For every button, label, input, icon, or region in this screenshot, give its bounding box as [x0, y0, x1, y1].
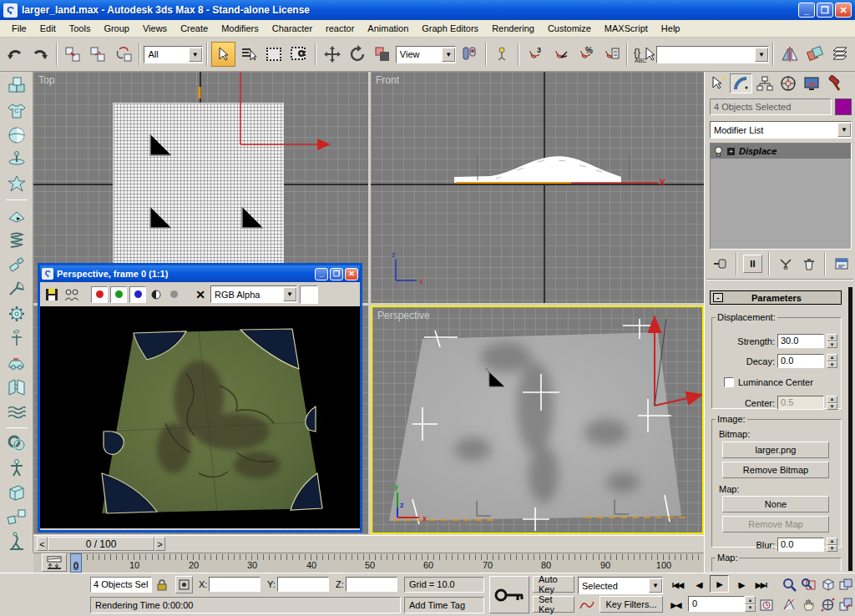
window-crossing-toggle-button[interactable]: [287, 42, 311, 67]
tab-display[interactable]: [800, 73, 822, 93]
select-object-button[interactable]: [211, 42, 235, 67]
remove-modifier-icon[interactable]: [799, 255, 819, 273]
select-and-scale-button[interactable]: [371, 42, 395, 67]
clone-rendered-frame-icon[interactable]: [63, 286, 81, 303]
reference-coordinate-dropdown[interactable]: View ▼: [396, 46, 456, 63]
next-frame-slider-button[interactable]: >: [154, 537, 165, 551]
parameters-rollout-header[interactable]: - Parameters: [710, 290, 842, 305]
chevron-down-icon[interactable]: ▼: [283, 287, 296, 301]
remove-map-button[interactable]: Remove Map: [722, 516, 829, 533]
zoom-icon[interactable]: [780, 575, 798, 593]
object-name-field[interactable]: 4 Objects Selected: [710, 98, 832, 115]
previous-frame-slider-button[interactable]: <: [37, 537, 48, 551]
show-end-result-icon[interactable]: II: [743, 255, 763, 273]
rigid-body-collection-icon[interactable]: [5, 75, 28, 97]
close-button[interactable]: ✕: [835, 3, 852, 18]
next-frame-button[interactable]: I▶: [731, 576, 751, 593]
restore-button[interactable]: ❐: [817, 3, 833, 18]
viewport-perspective[interactable]: Perspective: [371, 305, 704, 534]
key-mode-dropdown[interactable]: Selected ▼: [578, 577, 663, 594]
expand-modifier-icon[interactable]: +: [727, 148, 735, 155]
modifier-name[interactable]: Displace: [739, 146, 777, 156]
render-minimize-button[interactable]: _: [315, 268, 328, 280]
key-filters-button[interactable]: Key Filters...: [600, 596, 663, 613]
chevron-down-icon[interactable]: ▼: [442, 48, 455, 62]
min-max-toggle-icon[interactable]: [837, 595, 855, 613]
clear-rendered-frame-icon[interactable]: ✕: [193, 286, 208, 303]
damper-icon[interactable]: [5, 254, 28, 275]
frame-spinner[interactable]: ▲▼: [745, 596, 756, 612]
motor-icon[interactable]: [5, 303, 28, 325]
pin-stack-icon[interactable]: [710, 255, 730, 273]
time-slider-value[interactable]: 0 / 100: [48, 537, 154, 551]
absolute-offset-mode-toggle[interactable]: [175, 576, 193, 593]
menu-file[interactable]: File: [5, 22, 33, 35]
viewport-front-label[interactable]: Front: [376, 74, 399, 86]
percent-snap-toggle-button[interactable]: %: [573, 42, 597, 67]
spinner-snap-toggle-button[interactable]: [599, 42, 623, 67]
bitmap-button[interactable]: larger.png: [722, 442, 829, 458]
zoom-all-icon[interactable]: [799, 575, 817, 593]
menu-tools[interactable]: Tools: [63, 22, 98, 35]
arc-rotate-icon[interactable]: [818, 595, 837, 613]
menu-edit[interactable]: Edit: [33, 22, 63, 35]
rendered-image-canvas[interactable]: [40, 306, 360, 528]
selection-lock-toggle-icon[interactable]: [154, 577, 169, 593]
select-and-link-icon[interactable]: [61, 42, 85, 67]
chevron-down-icon[interactable]: ▼: [755, 48, 768, 62]
play-button[interactable]: ▶: [710, 575, 729, 593]
select-by-name-button[interactable]: [236, 42, 261, 67]
save-bitmap-icon[interactable]: [43, 286, 60, 303]
tab-hierarchy[interactable]: [753, 73, 776, 93]
spring-icon[interactable]: [5, 230, 28, 251]
select-and-manipulate-button[interactable]: [490, 42, 514, 67]
luminance-center-checkbox[interactable]: [724, 377, 734, 387]
named-selection-dropdown[interactable]: ▼: [656, 46, 769, 63]
render-window-title-bar[interactable]: Ϛ Perspective, frame 0 (1:1) _ ❐ ✕: [40, 265, 360, 282]
viewport-front[interactable]: Front z x: [371, 72, 704, 303]
track-bar[interactable]: 0 0 10 20 30 40 50 60 70 80 90 100: [33, 553, 704, 573]
angular-damper-icon[interactable]: [5, 278, 28, 300]
tab-create[interactable]: [706, 73, 729, 93]
current-frame-field[interactable]: 0: [688, 596, 745, 612]
y-coordinate-field[interactable]: [277, 577, 329, 592]
panel-scrollbar[interactable]: [848, 287, 852, 571]
render-close-button[interactable]: ✕: [345, 268, 358, 280]
menu-help[interactable]: Help: [655, 22, 687, 35]
modifier-visibility-lightbulb-icon[interactable]: [714, 146, 723, 157]
unlink-selection-icon[interactable]: [86, 42, 110, 67]
menu-rendering[interactable]: Rendering: [485, 22, 541, 35]
make-unique-icon[interactable]: [776, 255, 796, 273]
center-spinner[interactable]: ▲▼: [827, 396, 837, 410]
bind-to-space-warp-icon[interactable]: [111, 42, 135, 67]
z-coordinate-field[interactable]: [346, 577, 397, 592]
default-in-out-tangents-icon[interactable]: [578, 596, 596, 613]
preview-animation-icon[interactable]: [5, 531, 28, 553]
angle-snap-toggle-button[interactable]: [548, 42, 572, 67]
deforming-mesh-collection-icon[interactable]: [5, 174, 28, 195]
blue-channel-button[interactable]: [129, 286, 146, 303]
snaps-toggle-button[interactable]: 3: [523, 42, 547, 67]
background-color-swatch[interactable]: [300, 285, 318, 304]
redo-button[interactable]: [28, 42, 52, 67]
previous-frame-button[interactable]: ◀I: [690, 576, 709, 593]
menu-maxscript[interactable]: MAXScript: [598, 22, 655, 35]
modifier-stack[interactable]: + Displace: [710, 143, 852, 250]
add-time-tag[interactable]: Add Time Tag: [404, 597, 484, 613]
collapse-rollout-icon[interactable]: -: [713, 293, 723, 302]
layer-manager-button[interactable]: [828, 42, 852, 67]
configure-modifier-sets-icon[interactable]: [832, 255, 852, 273]
menu-views[interactable]: Views: [136, 22, 174, 35]
menu-create[interactable]: Create: [174, 22, 215, 35]
x-coordinate-field[interactable]: [209, 577, 261, 592]
object-color-swatch[interactable]: [835, 98, 852, 115]
tab-modify[interactable]: [730, 73, 752, 93]
selection-filter-dropdown[interactable]: All ▼: [144, 46, 202, 63]
auto-key-button[interactable]: Auto Key: [533, 576, 574, 593]
use-pivot-point-center-button[interactable]: [457, 42, 481, 67]
fracture-icon[interactable]: [5, 376, 28, 398]
go-to-start-button[interactable]: I◀◀: [668, 576, 687, 593]
menu-customize[interactable]: Customize: [541, 22, 598, 35]
modifier-stack-row-displace[interactable]: + Displace: [711, 144, 851, 159]
decay-spinner[interactable]: ▲▼: [827, 354, 837, 368]
